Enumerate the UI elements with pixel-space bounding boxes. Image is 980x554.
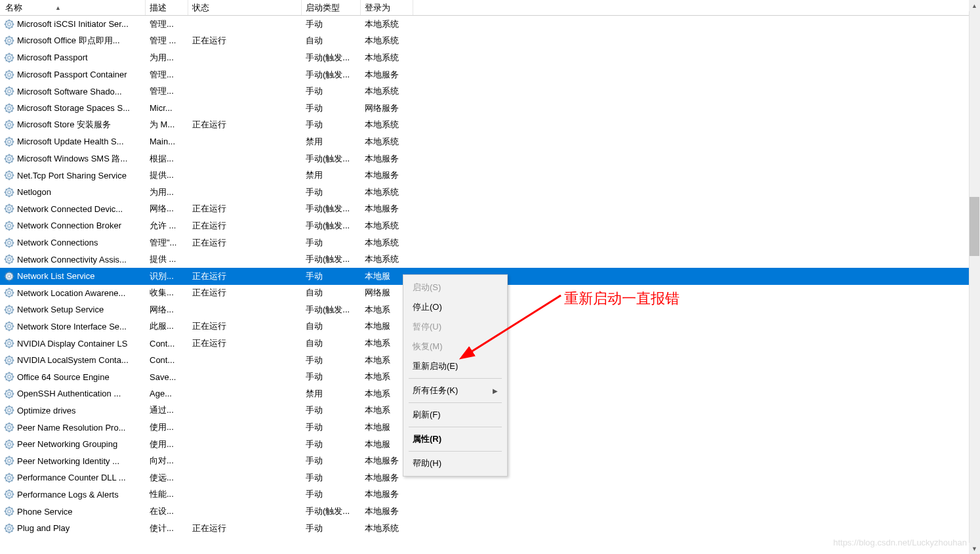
service-row[interactable]: Microsoft Windows SMS 路...根据...手动(触发...本… [0,150,980,167]
scrollbar-thumb[interactable] [970,197,979,256]
sort-indicator-icon: ▲ [55,5,61,11]
menu-separator [409,378,502,379]
service-row[interactable]: Network Connection Broker允许 ...正在运行手动(触发… [0,217,980,234]
service-name-label: Peer Networking Identity ... [17,456,119,466]
column-header-desc[interactable]: 描述 [146,0,188,15]
menu-stop[interactable]: 停止(O) [403,297,507,317]
service-start-cell: 手动 [302,522,361,534]
service-name-cell: Performance Logs & Alerts [0,489,146,500]
service-start-cell: 手动(触发... [302,505,361,517]
service-row[interactable]: Network Connected Devic...网络...正在运行手动(触发… [0,201,980,218]
service-desc-cell: 根据... [146,153,188,165]
gear-icon [4,456,14,466]
service-row[interactable]: Performance Logs & Alerts性能...手动本地服务 [0,486,980,503]
service-start-cell: 手动 [302,488,361,500]
service-desc-cell: 收集... [146,287,188,299]
column-header-start[interactable]: 启动类型 [302,0,361,15]
service-start-cell: 手动 [302,119,361,131]
scrollbar-track[interactable]: ▲ ▼ [969,0,980,554]
gear-icon [4,103,14,114]
service-desc-cell: 管理... [146,18,188,30]
svg-point-71 [8,140,10,143]
service-row[interactable]: Phone Service在设...手动(触发...本地服务 [0,503,980,520]
service-row[interactable]: Plug and Play使计...正在运行手动本地系统 [0,520,980,537]
service-row[interactable]: Microsoft Store 安装服务为 M...正在运行手动本地系统 [0,117,980,134]
gear-icon [4,221,14,231]
svg-point-21 [8,56,10,59]
service-name-label: Network Store Interface Se... [17,322,127,331]
svg-point-31 [8,73,10,75]
service-desc-cell: Cont... [146,339,188,349]
service-name-label: Microsoft Passport [17,53,88,62]
service-desc-cell: Cont... [146,355,188,365]
service-row[interactable]: Microsoft iSCSI Initiator Ser...管理...手动本… [0,16,980,33]
service-name-cell: Network Connected Devic... [0,203,146,214]
service-name-cell: Office 64 Source Engine [0,372,146,382]
svg-point-171 [8,309,10,311]
service-name-label: Network Connection Broker [17,221,121,230]
service-name-label: Microsoft Passport Container [17,70,127,79]
menu-separator [409,451,502,452]
service-login-cell: 本地系统 [361,18,413,30]
service-start-cell: 手动 [302,421,361,433]
service-row[interactable]: Microsoft Passport Container管理...手动(触发..… [0,66,980,83]
column-header-name[interactable]: 名称 ▲ [0,0,146,15]
menu-help[interactable]: 帮助(H) [403,454,507,473]
scroll-up-icon[interactable]: ▲ [969,0,980,11]
service-desc-cell: 使用... [146,438,188,450]
service-name-cell: Netlogon [0,187,146,198]
service-start-cell: 手动 [302,270,361,282]
service-desc-cell: Age... [146,389,188,398]
service-name-label: Microsoft Windows SMS 路... [17,153,127,165]
service-row[interactable]: Microsoft Update Health S...Main...禁用本地系… [0,133,980,150]
menu-start: 启动(S) [403,278,507,297]
service-row[interactable]: Net.Tcp Port Sharing Service提供...禁用本地服务 [0,167,980,184]
service-start-cell: 手动 [302,438,361,450]
service-name-cell: Network Location Awarene... [0,288,146,298]
service-name-label: Plug and Play [17,523,70,533]
service-start-cell: 手动(触发... [302,304,361,316]
service-desc-cell: 管理 ... [146,35,188,47]
column-header-login[interactable]: 登录为 [361,0,413,15]
gear-icon [4,523,14,534]
service-row[interactable]: Network Connectivity Assis...提供 ...手动(触发… [0,251,980,268]
service-desc-cell: 使计... [146,522,188,534]
service-desc-cell: 识别... [146,270,188,282]
service-login-cell: 本地系统 [361,186,413,198]
service-row[interactable]: Microsoft Storage Spaces S...Micr...手动网络… [0,100,980,117]
service-name-label: Microsoft Update Health S... [17,137,124,146]
service-name-cell: Peer Name Resolution Pro... [0,422,146,433]
service-row[interactable]: Network Connections管理"...正在运行手动本地系统 [0,234,980,251]
service-row[interactable]: Microsoft Passport为用...手动(触发...本地系统 [0,49,980,66]
service-desc-cell: 提供 ... [146,253,188,265]
service-desc-cell: 管理"... [146,237,188,249]
service-row[interactable]: Microsoft Office 即点即用...管理 ...正在运行自动本地系统 [0,33,980,50]
svg-point-301 [8,526,10,529]
svg-point-251 [8,442,10,445]
menu-restart[interactable]: 重新启动(E) [403,356,507,376]
service-start-cell: 手动(触发... [302,203,361,215]
gear-icon [4,271,14,282]
menu-all-tasks[interactable]: 所有任务(K) ▶ [403,381,507,400]
service-start-cell: 自动 [302,320,361,332]
svg-point-91 [8,174,10,177]
column-header-row: 名称 ▲ 描述 状态 启动类型 登录为 [0,0,980,16]
service-name-label: Microsoft Store 安装服务 [17,119,111,131]
service-status-cell: 正在运行 [188,287,302,299]
column-header-status[interactable]: 状态 [188,0,302,15]
service-name-label: Peer Networking Grouping [17,439,117,449]
svg-point-111 [8,207,10,210]
service-start-cell: 自动 [302,337,361,349]
service-row[interactable]: Microsoft Software Shado...管理...手动本地系统 [0,83,980,100]
svg-point-221 [8,393,10,395]
service-name-label: NVIDIA Display Container LS [17,339,127,349]
service-login-cell: 本地系统 [361,119,413,131]
service-start-cell: 手动 [302,371,361,383]
service-desc-cell: Main... [146,137,188,146]
menu-properties[interactable]: 属性(R) [403,429,507,449]
svg-point-1 [8,23,10,26]
scroll-down-icon[interactable]: ▼ [969,543,980,554]
gear-icon [4,439,14,450]
menu-refresh[interactable]: 刷新(F) [403,405,507,425]
service-row[interactable]: Netlogon为用...手动本地系统 [0,184,980,201]
